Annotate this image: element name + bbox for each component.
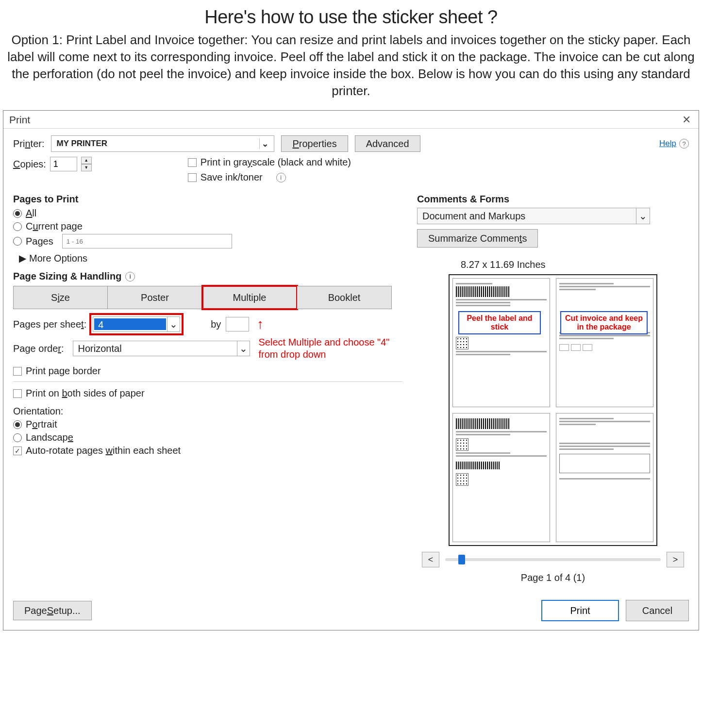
tab-booklet[interactable]: Booklet — [297, 286, 392, 309]
dialog-title: Print — [9, 114, 30, 126]
page-order-value: Horizontal — [78, 343, 122, 354]
auto-rotate-checkbox[interactable]: ✓ Auto-rotate pages within each sheet — [13, 445, 402, 456]
by-input[interactable] — [226, 317, 249, 331]
chevron-down-icon: ⌄ — [237, 341, 250, 356]
sizing-heading: Page Sizing & Handling i — [13, 271, 402, 282]
chevron-down-icon: ⌄ — [259, 138, 270, 149]
paper-dimensions: 8.27 x 11.69 Inches — [461, 259, 689, 270]
radio-icon — [13, 237, 22, 246]
close-icon[interactable]: ✕ — [679, 114, 694, 126]
radio-current[interactable]: Current page — [13, 221, 402, 232]
help-icon: ? — [679, 139, 689, 149]
by-label: by — [211, 319, 221, 330]
copies-input[interactable] — [50, 157, 77, 171]
print-page-border-checkbox[interactable]: Print page border — [13, 365, 402, 377]
chevron-down-icon: ⌄ — [167, 317, 180, 331]
pages-to-print-heading: Pages to Print — [13, 194, 402, 205]
radio-landscape[interactable]: Landscape — [13, 432, 402, 443]
printer-label: Printer: — [13, 138, 44, 149]
copies-up-button[interactable]: ▲ — [81, 157, 92, 164]
preview-annotation-left: Peel the label and stick — [458, 311, 541, 334]
page-order-select[interactable]: Horizontal ⌄ — [73, 341, 250, 356]
article-paragraph: Option 1: Print Label and Invoice togeth… — [5, 32, 697, 99]
preview-prev-button[interactable]: < — [422, 552, 439, 567]
slider-thumb-icon — [458, 555, 465, 564]
pages-range-input[interactable] — [62, 234, 232, 248]
info-icon[interactable]: i — [125, 272, 135, 281]
chevron-down-icon: ⌄ — [636, 208, 650, 224]
info-icon[interactable]: i — [276, 173, 286, 182]
pages-per-sheet-select[interactable]: 4 ⌄ — [93, 316, 180, 332]
advanced-button[interactable]: Advanced — [355, 135, 420, 152]
radio-portrait[interactable]: Portrait — [13, 419, 402, 430]
triangle-right-icon: ▶ — [19, 252, 26, 264]
print-preview: Peel the label and stick Cut invoice and… — [449, 274, 657, 546]
zoom-slider[interactable] — [445, 558, 661, 561]
printer-select[interactable]: MY PRINTER ⌄ — [51, 135, 274, 152]
radio-icon — [13, 420, 22, 429]
preview-cell — [556, 278, 653, 407]
page-order-label: Page order: — [13, 343, 64, 354]
summarize-comments-button[interactable]: Summarize Comments — [417, 229, 538, 248]
copies-down-button[interactable]: ▼ — [81, 164, 92, 171]
properties-button[interactable]: Properties — [281, 135, 348, 152]
checkbox-checked-icon: ✓ — [13, 447, 22, 455]
comments-forms-select[interactable]: Document and Markups ⌄ — [417, 208, 650, 224]
comments-forms-value: Document and Markups — [422, 211, 525, 222]
callout-annotation: Select Multiple and choose "4" from drop… — [259, 336, 400, 361]
comments-heading: Comments & Forms — [417, 194, 689, 205]
tab-poster[interactable]: Poster — [108, 286, 202, 309]
page-counter: Page 1 of 4 (1) — [417, 572, 689, 583]
arrow-up-icon: ↑ — [257, 321, 264, 328]
checkbox-icon — [188, 173, 197, 182]
checkbox-icon — [188, 158, 197, 167]
tab-multiple[interactable]: Multiple — [202, 286, 297, 309]
print-dialog: Print ✕ Printer: MY PRINTER ⌄ Properties… — [3, 110, 699, 630]
printer-value: MY PRINTER — [56, 139, 107, 149]
pages-per-sheet-value: 4 — [94, 318, 166, 330]
preview-next-button[interactable]: > — [667, 552, 684, 567]
tab-size[interactable]: Size — [13, 286, 108, 309]
page-setup-button[interactable]: Page Setup... — [13, 601, 92, 620]
pages-per-sheet-label: Pages per sheet: — [13, 319, 86, 330]
radio-icon — [13, 433, 22, 442]
radio-all[interactable]: All — [13, 208, 402, 219]
radio-pages[interactable]: Pages — [13, 234, 402, 248]
article-title: Here's how to use the sticker sheet ? — [5, 7, 697, 28]
checkbox-icon — [13, 367, 22, 376]
radio-icon — [13, 222, 22, 231]
grayscale-checkbox[interactable]: Print in grayscale (black and white) — [188, 157, 351, 168]
both-sides-checkbox[interactable]: Print on both sides of paper — [13, 388, 402, 399]
dialog-titlebar: Print ✕ — [3, 111, 699, 129]
preview-cell — [452, 413, 550, 542]
preview-cell — [452, 278, 550, 407]
print-button[interactable]: Print — [541, 600, 619, 621]
preview-cell — [556, 413, 653, 542]
copies-label: Copies: — [13, 159, 46, 170]
help-link[interactable]: Help ? — [659, 139, 689, 149]
orientation-heading: Orientation: — [13, 406, 402, 417]
checkbox-icon — [13, 389, 22, 398]
save-ink-checkbox[interactable]: Save ink/toner i — [188, 172, 351, 183]
more-options-toggle[interactable]: ▶ More Options — [19, 252, 402, 264]
radio-icon — [13, 209, 22, 218]
preview-annotation-right: Cut invoice and keep in the package — [560, 311, 648, 334]
cancel-button[interactable]: Cancel — [626, 600, 689, 621]
